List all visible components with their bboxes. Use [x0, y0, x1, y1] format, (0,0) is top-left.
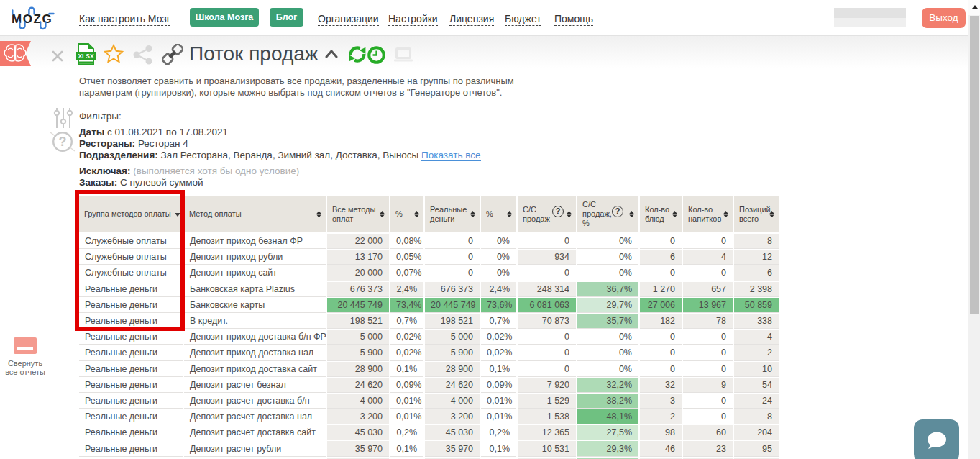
svg-text:?: ? — [59, 135, 67, 149]
svg-text:MOZG: MOZG — [12, 12, 52, 26]
svg-text:XLSX: XLSX — [78, 53, 94, 60]
